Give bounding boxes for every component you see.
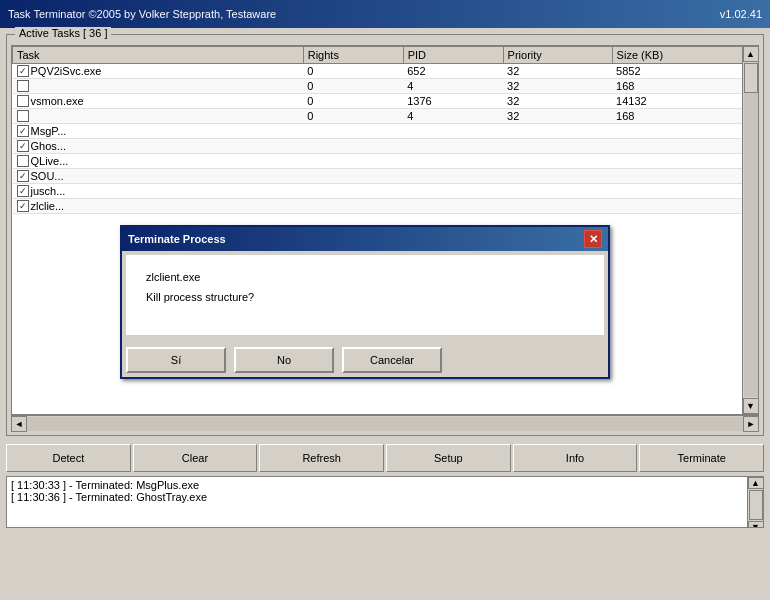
pid-cell: 4 [403,109,503,124]
priority-cell [503,124,612,139]
horizontal-scrollbar[interactable]: ◄ ► [11,415,759,431]
task-name: SOU... [31,170,64,182]
priority-cell [503,169,612,184]
rights-cell: 0 [303,64,403,79]
table-row[interactable]: ✓PQV2iSvc.exe0652325852 [13,64,758,79]
size-cell [612,184,757,199]
rights-cell [303,154,403,169]
task-name: jusch... [31,185,66,197]
table-row[interactable]: ✓MsgP... [13,124,758,139]
dialog-no-button[interactable]: No [234,347,334,373]
size-cell: 14132 [612,94,757,109]
task-checkbox[interactable] [17,95,29,107]
log-scrollbar[interactable]: ▲ ▼ [747,477,763,527]
task-name: QLive... [31,155,69,167]
clear-button[interactable]: Clear [133,444,258,472]
dialog-yes-button[interactable]: Sí [126,347,226,373]
priority-cell: 32 [503,109,612,124]
dialog-close-button[interactable]: ✕ [584,230,602,248]
rights-cell [303,199,403,214]
rights-cell [303,169,403,184]
log-scroll-thumb[interactable] [749,490,763,520]
pid-cell [403,199,503,214]
log-entry: [ 11:30:33 ] - Terminated: MsgPlus.exe [11,479,759,491]
log-scroll-down-btn[interactable]: ▼ [748,521,764,528]
col-pid: PID [403,47,503,64]
task-cell: ✓MsgP... [13,124,304,139]
table-row[interactable]: vsmon.exe013763214132 [13,94,758,109]
titlebar: Task Terminator ©2005 by Volker Stepprat… [0,0,770,28]
scroll-h-track [27,417,743,431]
task-checkbox[interactable]: ✓ [17,125,29,137]
pid-cell [403,139,503,154]
detect-button[interactable]: Detect [6,444,131,472]
table-row[interactable]: ✓jusch... [13,184,758,199]
scroll-right-btn[interactable]: ► [743,416,759,432]
task-name: PQV2iSvc.exe [31,65,102,77]
info-button[interactable]: Info [513,444,638,472]
terminate-button[interactable]: Terminate [639,444,764,472]
refresh-button[interactable]: Refresh [259,444,384,472]
task-checkbox[interactable]: ✓ [17,140,29,152]
task-cell: vsmon.exe [13,94,304,109]
task-checkbox[interactable] [17,155,29,167]
log-scroll-up-btn[interactable]: ▲ [748,477,764,489]
pid-cell: 4 [403,79,503,94]
pid-cell [403,184,503,199]
task-name: Ghos... [31,140,66,152]
pid-cell [403,154,503,169]
col-size: Size (KB) [612,47,757,64]
rights-cell: 0 [303,79,403,94]
scroll-left-btn[interactable]: ◄ [11,416,27,432]
task-checkbox[interactable]: ✓ [17,185,29,197]
table-row[interactable]: ✓zlclie... [13,199,758,214]
rights-cell [303,139,403,154]
app-title: Task Terminator ©2005 by Volker Stepprat… [8,8,276,20]
table-row[interactable]: QLive... [13,154,758,169]
task-name: MsgP... [31,125,67,137]
task-cell [13,79,304,94]
vertical-scrollbar[interactable]: ▲ ▼ [742,46,758,414]
dialog-titlebar: Terminate Process ✕ [122,227,608,251]
task-checkbox[interactable]: ✓ [17,65,29,77]
priority-cell [503,139,612,154]
table-row[interactable]: 0432168 [13,79,758,94]
task-checkbox[interactable]: ✓ [17,200,29,212]
task-checkbox[interactable] [17,110,29,122]
col-priority: Priority [503,47,612,64]
task-cell [13,109,304,124]
table-row[interactable]: ✓Ghos... [13,139,758,154]
priority-cell [503,199,612,214]
task-checkbox[interactable] [17,80,29,92]
task-checkbox[interactable]: ✓ [17,170,29,182]
app-version: v1.02.41 [720,8,762,20]
dialog-question: Kill process structure? [146,291,584,303]
dialog-buttons: Sí No Cancelar [122,339,608,377]
size-cell [612,169,757,184]
scroll-up-btn[interactable]: ▲ [743,46,759,62]
priority-cell [503,154,612,169]
priority-cell [503,184,612,199]
log-entries: [ 11:30:33 ] - Terminated: MsgPlus.exe[ … [11,479,759,503]
size-cell: 168 [612,79,757,94]
col-rights: Rights [303,47,403,64]
scroll-thumb[interactable] [744,63,758,93]
rights-cell: 0 [303,94,403,109]
log-entry: [ 11:30:36 ] - Terminated: GhostTray.exe [11,491,759,503]
size-cell [612,124,757,139]
task-name: vsmon.exe [31,95,84,107]
priority-cell: 32 [503,64,612,79]
scroll-track [744,63,758,397]
size-cell [612,139,757,154]
dialog-process-name: zlclient.exe [146,271,584,283]
dialog-title: Terminate Process [128,233,226,245]
setup-button[interactable]: Setup [386,444,511,472]
log-area: [ 11:30:33 ] - Terminated: MsgPlus.exe[ … [6,476,764,528]
pid-cell: 1376 [403,94,503,109]
priority-cell: 32 [503,79,612,94]
scroll-down-btn[interactable]: ▼ [743,398,759,414]
dialog-cancel-button[interactable]: Cancelar [342,347,442,373]
table-row[interactable]: 0432168 [13,109,758,124]
table-row[interactable]: ✓SOU... [13,169,758,184]
active-tasks-legend: Active Tasks [ 36 ] [15,27,111,39]
